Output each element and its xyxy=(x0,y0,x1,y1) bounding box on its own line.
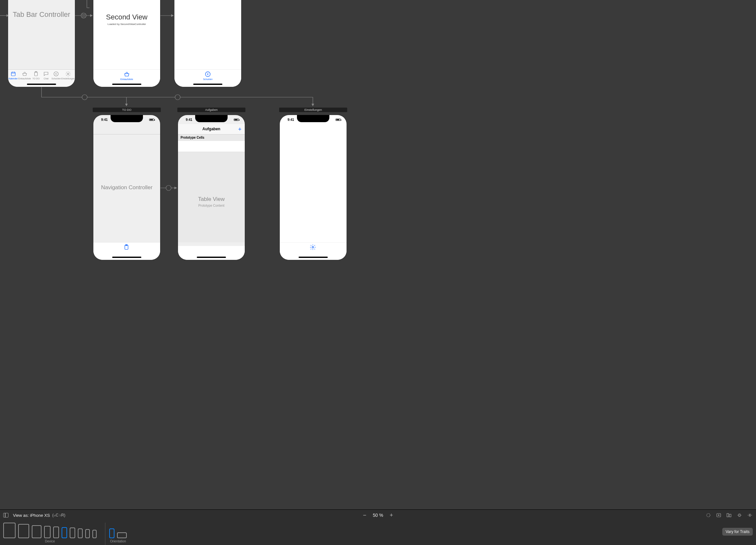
vary-for-traits-button[interactable]: Vary for Traits xyxy=(722,528,753,536)
view-as-device: iPhone XS xyxy=(30,513,50,518)
toolbar-row-1: View as: iPhone XS (wC hR) − 50 % + xyxy=(0,510,756,521)
device-option-2[interactable] xyxy=(32,525,41,538)
device-option-5[interactable] xyxy=(62,527,67,538)
device-option-4[interactable] xyxy=(53,527,59,538)
notch xyxy=(195,115,228,122)
prototype-cells-header: Prototype Cells xyxy=(178,135,245,141)
svg-point-14 xyxy=(175,95,180,100)
resolve-issues-icon[interactable] xyxy=(747,513,753,518)
svg-point-17 xyxy=(166,185,171,191)
orientation-group-label: Orientation xyxy=(110,539,126,543)
svg-point-30 xyxy=(707,514,710,517)
view-as-prefix: View as: xyxy=(13,513,30,518)
home-indicator xyxy=(193,84,222,85)
table-view-title: Table View xyxy=(178,196,245,203)
scene-tab-bar-controller[interactable]: Tab Bar Controller KalenderEinkaufsliste… xyxy=(8,0,75,87)
svg-marker-9 xyxy=(171,14,174,17)
nav-title: Aufgaben xyxy=(178,127,245,131)
scene-schulden[interactable]: € Schulden xyxy=(174,0,241,87)
device-option-6[interactable] xyxy=(70,527,75,538)
tab-label: TO DO xyxy=(32,77,40,80)
tab-item-chat[interactable]: Chat xyxy=(41,71,51,80)
notch xyxy=(111,115,143,122)
tab-item-einkaufsliste[interactable]: Einkaufsliste xyxy=(18,71,31,80)
orientation-option-portrait[interactable] xyxy=(109,528,114,538)
nav-controller-title: Navigation Controller xyxy=(93,184,160,191)
tab-item-schulden[interactable]: € Schulden xyxy=(203,71,212,80)
divider xyxy=(105,523,105,545)
tab-item-einstellungen[interactable] xyxy=(310,244,317,252)
embed-in-icon[interactable] xyxy=(716,513,722,518)
tab-item-todo[interactable] xyxy=(123,244,130,252)
device-option-7[interactable] xyxy=(78,528,83,538)
svg-point-29 xyxy=(312,247,314,248)
device-option-0[interactable] xyxy=(3,523,16,538)
svg-rect-34 xyxy=(739,514,740,516)
svg-marker-15 xyxy=(312,104,314,106)
toggle-panel-icon[interactable] xyxy=(3,513,8,517)
svg-point-3 xyxy=(81,13,86,18)
svg-text:€: € xyxy=(207,73,208,76)
scene-title-einstellungen[interactable]: Einstellungen xyxy=(279,108,347,112)
tab-bar-controller-title: Tab Bar Controller xyxy=(8,10,75,19)
second-view-title: Second View xyxy=(93,13,160,21)
tab-item-einstellungen[interactable]: Einstellungen xyxy=(61,71,75,80)
zoom-value[interactable]: 50 % xyxy=(373,513,383,518)
view-as-label[interactable]: View as: iPhone XS xyxy=(13,513,50,518)
zoom-out-button[interactable]: − xyxy=(363,512,367,519)
tab-label: Einkaufsliste xyxy=(120,78,133,80)
tab-item-to do[interactable]: TO DO xyxy=(31,71,41,80)
device-option-3[interactable] xyxy=(44,526,51,538)
device-option-8[interactable] xyxy=(85,529,90,538)
calendar-icon xyxy=(10,71,16,77)
home-indicator xyxy=(112,257,141,258)
gear-icon xyxy=(65,71,71,77)
device-group-label: Device xyxy=(45,539,55,543)
nav-header xyxy=(93,124,160,135)
device-option-1[interactable] xyxy=(18,524,29,538)
battery-icon xyxy=(336,119,341,121)
tab-item-einkaufsliste[interactable]: Einkaufsliste xyxy=(120,71,133,80)
toolbar-row-2: Device Orientation Vary for Traits xyxy=(0,521,756,545)
svg-text:€: € xyxy=(55,73,57,76)
pin-constraints-icon[interactable] xyxy=(737,513,742,518)
scene-navigation-controller[interactable]: 9:41 Navigation Controller xyxy=(93,115,160,260)
tab-item-schulden[interactable]: €Schulden xyxy=(51,71,61,80)
orientation-picker: Orientation xyxy=(109,523,127,543)
status-time: 9:41 xyxy=(186,118,192,122)
orientation-option-landscape[interactable] xyxy=(117,532,127,538)
clipboard-icon xyxy=(33,71,39,77)
tab-label: Einstellungen xyxy=(61,77,75,80)
home-indicator xyxy=(112,84,141,85)
svg-marker-13 xyxy=(125,104,128,106)
gear-icon xyxy=(310,244,317,251)
zoom-controls: − 50 % + xyxy=(363,512,393,519)
align-icon[interactable] xyxy=(726,513,732,518)
device-option-9[interactable] xyxy=(92,530,97,538)
scene-einstellungen[interactable]: 9:41 xyxy=(280,115,347,260)
update-frames-icon[interactable] xyxy=(705,513,711,518)
scene-title-todo[interactable]: TO DO xyxy=(93,108,161,112)
tab-label: Schulden xyxy=(203,78,212,80)
second-view-subtitle: Loaded by SecondViewController xyxy=(93,23,160,26)
home-indicator xyxy=(197,257,226,258)
tab-item-kalender[interactable]: Kalender xyxy=(8,71,18,80)
svg-rect-32 xyxy=(727,514,728,517)
scene-title-aufgaben[interactable]: Aufgaben xyxy=(177,108,245,112)
scene-aufgaben[interactable]: 9:41 Aufgaben + Prototype Cells Table Vi… xyxy=(178,115,245,260)
tab-label: Chat xyxy=(44,77,49,80)
bottom-toolbar: View as: iPhone XS (wC hR) − 50 % + xyxy=(0,509,756,545)
basket-icon xyxy=(22,71,28,77)
table-view-body[interactable]: Table View Prototype Content xyxy=(178,152,245,243)
table-view-subtitle: Prototype Content xyxy=(178,204,245,207)
zoom-in-button[interactable]: + xyxy=(390,512,393,519)
svg-point-12 xyxy=(82,95,87,100)
tab-label: Einkaufsliste xyxy=(18,77,31,80)
euro-icon: € xyxy=(205,71,211,77)
add-button[interactable]: + xyxy=(238,126,242,133)
scene-second-view[interactable]: Second View Loaded by SecondViewControll… xyxy=(93,0,160,87)
storyboard-canvas[interactable]: Tab Bar Controller KalenderEinkaufsliste… xyxy=(0,0,756,509)
prototype-cell-row[interactable] xyxy=(178,141,245,152)
layout-tools xyxy=(705,513,753,518)
device-picker: Device xyxy=(3,523,97,543)
